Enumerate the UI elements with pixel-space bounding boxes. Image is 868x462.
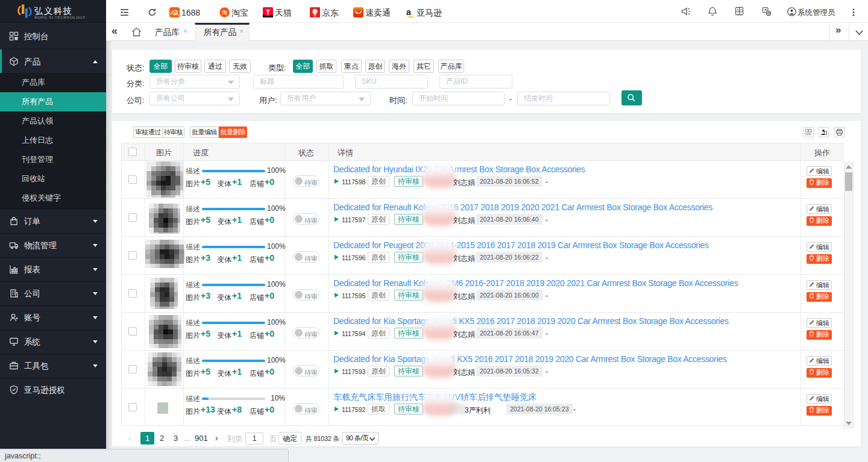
svg-text:JD: JD [314,15,317,17]
svg-text:淘: 淘 [221,9,228,16]
svg-text:T: T [266,8,270,16]
svg-text:a: a [406,7,411,17]
